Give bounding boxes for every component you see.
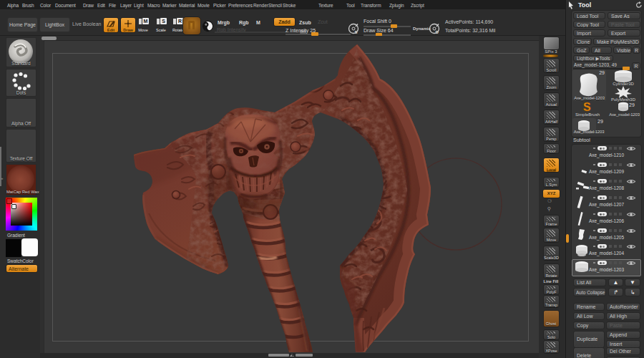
svg-text:S: S [583,101,591,113]
svg-text:D: D [436,30,439,34]
svg-text:S: S [355,30,358,34]
